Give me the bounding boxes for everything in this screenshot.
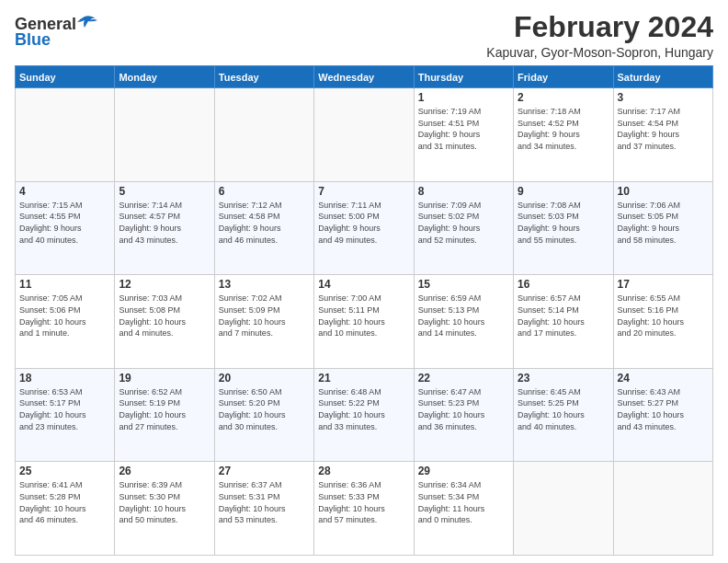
day-info: Sunrise: 7:02 AM Sunset: 5:09 PM Dayligh…: [219, 293, 310, 339]
day-number: 15: [418, 278, 509, 291]
day-number: 19: [119, 372, 210, 385]
day-info: Sunrise: 6:52 AM Sunset: 5:19 PM Dayligh…: [119, 386, 210, 432]
day-number: 8: [418, 185, 509, 198]
day-info: Sunrise: 6:48 AM Sunset: 5:22 PM Dayligh…: [318, 386, 409, 432]
day-cell: 20Sunrise: 6:50 AM Sunset: 5:20 PM Dayli…: [214, 368, 313, 462]
day-cell: 26Sunrise: 6:39 AM Sunset: 5:30 PM Dayli…: [115, 462, 214, 556]
day-info: Sunrise: 7:15 AM Sunset: 4:55 PM Dayligh…: [19, 200, 110, 246]
day-cell: 7Sunrise: 7:11 AM Sunset: 5:00 PM Daylig…: [314, 181, 414, 275]
day-cell: [16, 88, 115, 182]
day-info: Sunrise: 6:37 AM Sunset: 5:31 PM Dayligh…: [219, 479, 310, 525]
day-info: Sunrise: 6:41 AM Sunset: 5:28 PM Dayligh…: [19, 479, 110, 525]
day-info: Sunrise: 6:55 AM Sunset: 5:16 PM Dayligh…: [618, 293, 709, 339]
day-info: Sunrise: 7:11 AM Sunset: 5:00 PM Dayligh…: [318, 200, 409, 246]
week-row-4: 18Sunrise: 6:53 AM Sunset: 5:17 PM Dayli…: [16, 368, 713, 462]
header-thursday: Thursday: [414, 66, 513, 88]
calendar-header-row: Sunday Monday Tuesday Wednesday Thursday…: [16, 66, 713, 88]
day-number: 27: [219, 465, 310, 477]
header-saturday: Saturday: [613, 66, 712, 88]
day-cell: 13Sunrise: 7:02 AM Sunset: 5:09 PM Dayli…: [214, 275, 313, 369]
day-number: 7: [318, 185, 409, 198]
day-cell: 22Sunrise: 6:47 AM Sunset: 5:23 PM Dayli…: [414, 368, 513, 462]
day-cell: 25Sunrise: 6:41 AM Sunset: 5:28 PM Dayli…: [16, 462, 115, 556]
header-friday: Friday: [514, 66, 613, 88]
day-info: Sunrise: 6:59 AM Sunset: 5:13 PM Dayligh…: [418, 293, 509, 339]
header-monday: Monday: [115, 66, 214, 88]
title-block: February 2024 Kapuvar, Gyor-Moson-Sopron…: [486, 11, 713, 60]
day-number: 29: [418, 465, 509, 477]
day-number: 1: [418, 91, 509, 104]
day-info: Sunrise: 6:53 AM Sunset: 5:17 PM Dayligh…: [19, 386, 110, 432]
day-cell: 12Sunrise: 7:03 AM Sunset: 5:08 PM Dayli…: [115, 275, 214, 369]
header-tuesday: Tuesday: [214, 66, 313, 88]
day-cell: 8Sunrise: 7:09 AM Sunset: 5:02 PM Daylig…: [414, 181, 513, 275]
day-cell: 10Sunrise: 7:06 AM Sunset: 5:05 PM Dayli…: [613, 181, 712, 275]
day-cell: 28Sunrise: 6:36 AM Sunset: 5:33 PM Dayli…: [314, 462, 414, 556]
day-cell: 23Sunrise: 6:45 AM Sunset: 5:25 PM Dayli…: [514, 368, 613, 462]
day-cell: [214, 88, 313, 182]
day-number: 3: [618, 91, 709, 104]
day-cell: 5Sunrise: 7:14 AM Sunset: 4:57 PM Daylig…: [115, 181, 214, 275]
day-cell: 2Sunrise: 7:18 AM Sunset: 4:52 PM Daylig…: [514, 88, 613, 182]
day-number: 18: [19, 372, 110, 385]
day-number: 4: [19, 185, 110, 198]
header: General Blue February 2024 Kapuvar, Gyor…: [15, 11, 713, 60]
day-number: 13: [219, 278, 310, 291]
day-number: 22: [418, 372, 509, 385]
day-number: 2: [518, 91, 609, 104]
day-cell: 14Sunrise: 7:00 AM Sunset: 5:11 PM Dayli…: [314, 275, 414, 369]
header-wednesday: Wednesday: [314, 66, 414, 88]
day-number: 14: [318, 278, 409, 291]
day-number: 10: [618, 185, 709, 198]
day-number: 28: [318, 465, 409, 477]
day-cell: 19Sunrise: 6:52 AM Sunset: 5:19 PM Dayli…: [115, 368, 214, 462]
day-number: 24: [618, 372, 709, 385]
day-cell: 18Sunrise: 6:53 AM Sunset: 5:17 PM Dayli…: [16, 368, 115, 462]
day-info: Sunrise: 7:19 AM Sunset: 4:51 PM Dayligh…: [418, 106, 509, 152]
day-number: 23: [518, 372, 609, 385]
page: General Blue February 2024 Kapuvar, Gyor…: [0, 0, 728, 563]
day-cell: 29Sunrise: 6:34 AM Sunset: 5:34 PM Dayli…: [414, 462, 513, 556]
day-cell: [115, 88, 214, 182]
day-number: 26: [119, 465, 210, 477]
location-subtitle: Kapuvar, Gyor-Moson-Sopron, Hungary: [486, 45, 713, 60]
day-info: Sunrise: 7:06 AM Sunset: 5:05 PM Dayligh…: [618, 200, 709, 246]
header-sunday: Sunday: [16, 66, 115, 88]
day-cell: 16Sunrise: 6:57 AM Sunset: 5:14 PM Dayli…: [514, 275, 613, 369]
week-row-2: 4Sunrise: 7:15 AM Sunset: 4:55 PM Daylig…: [16, 181, 713, 275]
logo-bird-icon: [77, 15, 97, 31]
week-row-5: 25Sunrise: 6:41 AM Sunset: 5:28 PM Dayli…: [16, 462, 713, 556]
day-info: Sunrise: 7:03 AM Sunset: 5:08 PM Dayligh…: [119, 293, 210, 339]
day-number: 9: [518, 185, 609, 198]
day-info: Sunrise: 6:45 AM Sunset: 5:25 PM Dayligh…: [518, 386, 609, 432]
day-number: 5: [119, 185, 210, 198]
day-number: 20: [219, 372, 310, 385]
day-info: Sunrise: 7:12 AM Sunset: 4:58 PM Dayligh…: [219, 200, 310, 246]
day-number: 16: [518, 278, 609, 291]
day-number: 21: [318, 372, 409, 385]
day-info: Sunrise: 6:47 AM Sunset: 5:23 PM Dayligh…: [418, 386, 509, 432]
day-info: Sunrise: 6:34 AM Sunset: 5:34 PM Dayligh…: [418, 479, 509, 525]
day-number: 25: [19, 465, 110, 477]
day-info: Sunrise: 7:14 AM Sunset: 4:57 PM Dayligh…: [119, 200, 210, 246]
day-cell: 1Sunrise: 7:19 AM Sunset: 4:51 PM Daylig…: [414, 88, 513, 182]
day-info: Sunrise: 6:57 AM Sunset: 5:14 PM Dayligh…: [518, 293, 609, 339]
day-cell: [314, 88, 414, 182]
day-cell: 24Sunrise: 6:43 AM Sunset: 5:27 PM Dayli…: [613, 368, 712, 462]
day-cell: [613, 462, 712, 556]
day-cell: 11Sunrise: 7:05 AM Sunset: 5:06 PM Dayli…: [16, 275, 115, 369]
day-cell: 15Sunrise: 6:59 AM Sunset: 5:13 PM Dayli…: [414, 275, 513, 369]
day-cell: 9Sunrise: 7:08 AM Sunset: 5:03 PM Daylig…: [514, 181, 613, 275]
logo: General Blue: [15, 15, 97, 50]
day-info: Sunrise: 7:09 AM Sunset: 5:02 PM Dayligh…: [418, 200, 509, 246]
day-cell: 17Sunrise: 6:55 AM Sunset: 5:16 PM Dayli…: [613, 275, 712, 369]
day-info: Sunrise: 6:50 AM Sunset: 5:20 PM Dayligh…: [219, 386, 310, 432]
day-info: Sunrise: 7:00 AM Sunset: 5:11 PM Dayligh…: [318, 293, 409, 339]
day-cell: 4Sunrise: 7:15 AM Sunset: 4:55 PM Daylig…: [16, 181, 115, 275]
day-info: Sunrise: 7:17 AM Sunset: 4:54 PM Dayligh…: [618, 106, 709, 152]
day-info: Sunrise: 6:36 AM Sunset: 5:33 PM Dayligh…: [318, 479, 409, 525]
day-cell: 3Sunrise: 7:17 AM Sunset: 4:54 PM Daylig…: [613, 88, 712, 182]
calendar-table: Sunday Monday Tuesday Wednesday Thursday…: [15, 65, 713, 556]
day-number: 6: [219, 185, 310, 198]
day-number: 17: [618, 278, 709, 291]
